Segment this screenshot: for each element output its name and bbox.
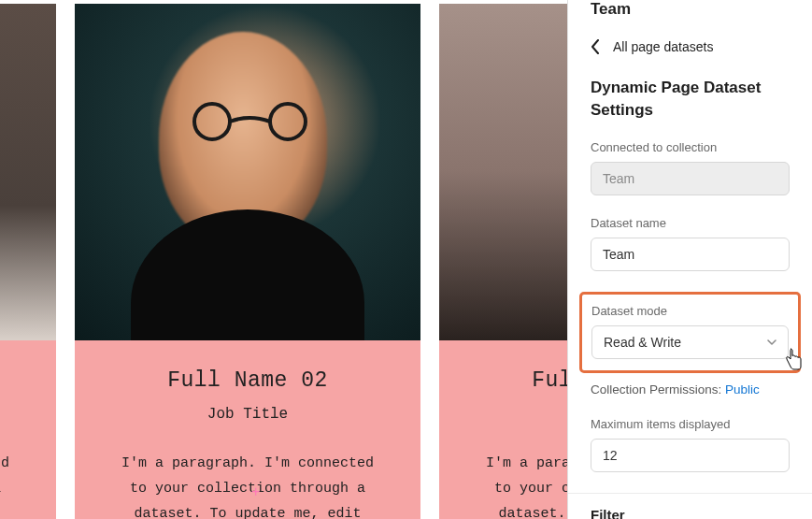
card-body: I'm a paragraph. I'm connected to your c… (0, 451, 39, 519)
permissions-prefix: Collection Permissions: (591, 382, 725, 396)
card-body: I'm a paragraph. I'm connected to your c… (92, 451, 404, 519)
dataset-mode-highlight: Dataset mode Read & Write (579, 292, 801, 373)
panel-title: Team (591, 0, 790, 19)
cards-row: Full Name 01 Job Title I'm a paragraph. … (0, 4, 567, 519)
card-subtitle: Job Title (0, 406, 39, 423)
dataset-settings-panel: Team All page datasets Dynamic Page Data… (567, 0, 812, 519)
card-title: Full Name 03 (456, 368, 567, 393)
card-title: Full Name 01 (0, 368, 39, 393)
team-card[interactable]: Full Name 03 Job Title I'm a paragraph. … (439, 4, 567, 519)
chevron-down-icon (767, 338, 776, 347)
svg-point-1 (270, 104, 306, 139)
field-label: Connected to collection (591, 140, 790, 154)
dataset-name-input[interactable] (591, 238, 790, 271)
card-image (75, 4, 420, 340)
card-title: Full Name 02 (92, 368, 404, 393)
dataset-name-field: Dataset name (591, 216, 790, 271)
field-label: Maximum items displayed (591, 417, 790, 431)
card-subtitle: Job Title (456, 406, 567, 423)
divider (568, 493, 812, 494)
connected-collection-value: Team (591, 162, 790, 195)
field-label: Dataset name (591, 216, 790, 230)
glasses-icon (182, 102, 318, 141)
card-image (439, 4, 567, 340)
chevron-left-icon (591, 39, 600, 54)
dataset-mode-field: Dataset mode Read & Write (591, 304, 789, 359)
card-image (0, 4, 56, 340)
card-subtitle: Job Title (92, 406, 404, 423)
cursor-hand-icon (783, 348, 804, 370)
svg-point-0 (194, 104, 230, 139)
card-caption: Full Name 01 Job Title I'm a paragraph. … (0, 340, 56, 519)
card-caption: Full Name 03 Job Title I'm a paragraph. … (439, 340, 567, 519)
max-items-input[interactable] (591, 439, 790, 472)
permissions-value-link[interactable]: Public (725, 382, 760, 396)
collection-permissions-line: Collection Permissions: Public (591, 382, 790, 396)
editor-canvas: Full Name 01 Job Title I'm a paragraph. … (0, 0, 567, 519)
field-label: Dataset mode (591, 304, 789, 318)
filter-heading: Filter (591, 507, 790, 519)
dataset-mode-select[interactable]: Read & Write (591, 325, 789, 359)
team-card[interactable]: Full Name 01 Job Title I'm a paragraph. … (0, 4, 56, 519)
back-to-all-datasets[interactable]: All page datasets (591, 19, 790, 73)
card-body: I'm a paragraph. I'm connected to your c… (456, 451, 567, 519)
team-card[interactable]: Full Name 02 Job Title I'm a paragraph. … (75, 4, 420, 519)
card-caption: Full Name 02 Job Title I'm a paragraph. … (75, 340, 420, 519)
connected-collection-field: Connected to collection Team (591, 140, 790, 195)
back-label: All page datasets (613, 39, 713, 54)
section-heading: Dynamic Page Dataset Settings (591, 77, 790, 122)
max-items-field: Maximum items displayed (591, 417, 790, 472)
select-value: Read & Write (604, 335, 681, 350)
